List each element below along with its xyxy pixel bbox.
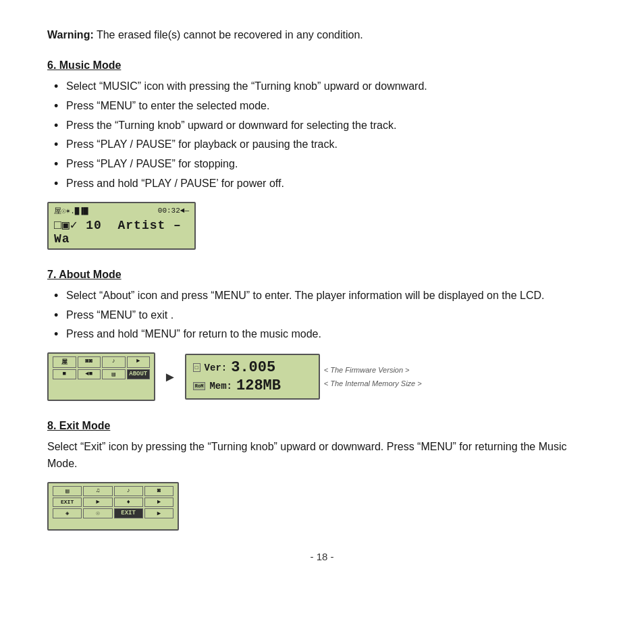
list-item: Select “MUSIC” icon with pressing the “T… <box>47 78 597 95</box>
icon-cell: ▤ <box>53 486 82 496</box>
lcd-exit-display: ▤ ♫ ♪ ◙ EXIT ► ♦ ► ◈ ☉ EXIT ▶ <box>47 482 597 531</box>
list-item: Press the “Turning knob” upward or downw… <box>47 117 597 134</box>
section-about-mode: 7. About Mode Select “About” icon and pr… <box>47 269 597 401</box>
mem-value: 128MB <box>236 377 281 394</box>
icon-cell: ◙◙ <box>78 356 101 368</box>
section6-bullet-list: Select “MUSIC” icon with pressing the “T… <box>47 78 597 192</box>
warning-text: The erased file(s) cannot be recovered i… <box>94 29 363 41</box>
about-mode-images: 屋 ◙◙ ♪ ► ■ ◄■ ▤ ABOUT ► □ Ver: 3.005 Ro <box>47 352 597 401</box>
section-music-mode: 6. Music Mode Select “MUSIC” icon with p… <box>47 59 597 250</box>
about-info-lcd: □ Ver: 3.005 RoM Mem: 128MB <box>185 354 320 400</box>
ver-label: Ver: <box>205 363 227 373</box>
list-item: Press and hold “PLAY / PAUSE’ for power … <box>47 176 597 192</box>
section7-heading: 7. About Mode <box>47 269 597 281</box>
icon-cell: ► <box>144 498 173 507</box>
arrow-icon: ► <box>163 369 177 385</box>
section7-bullet-list: Select “About” icon and press “MENU” to … <box>47 288 597 343</box>
side-labels: < The Firmware Version > < The Internal … <box>324 366 422 387</box>
icon-cell: ◈ <box>53 508 82 518</box>
icon-cell: ► <box>127 356 151 368</box>
section8-text: Select “Exit” icon by pressing the “Turn… <box>47 439 597 473</box>
lcd-music-display: 屋☉✶.█▐█ 00:32◄— □▣✓ 10 Artist – Wa <box>47 202 597 250</box>
icon-cell: 屋 <box>53 356 76 368</box>
icon-cell: ♪ <box>102 356 126 368</box>
icon-cell: ► <box>83 498 112 507</box>
icon-cell: ▤ <box>102 369 126 379</box>
mem-icon: RoM <box>193 382 206 390</box>
list-item: Press “MENU” to exit . <box>47 307 597 324</box>
about-info-container: □ Ver: 3.005 RoM Mem: 128MB < The Firmwa… <box>185 354 422 400</box>
ver-icon: □ <box>193 363 200 372</box>
icon-cell: ■ <box>53 369 76 379</box>
mem-label: Mem: <box>209 381 232 392</box>
ver-value: 3.005 <box>231 359 275 376</box>
lcd-bottom-row: □▣✓ 10 Artist – Wa <box>54 217 189 246</box>
exit-icon-cell: EXIT <box>53 498 82 507</box>
lcd-top-left: 屋☉✶.█▐█ <box>54 206 88 216</box>
page-number: - 18 - <box>47 551 597 562</box>
exit-highlighted-cell: EXIT <box>114 508 143 518</box>
list-item: Press and hold “MENU” for return to the … <box>47 326 597 343</box>
about-icons-lcd: 屋 ◙◙ ♪ ► ■ ◄■ ▤ ABOUT <box>47 352 155 401</box>
section8-heading: 8. Exit Mode <box>47 420 597 432</box>
icon-cell: ◙ <box>144 486 173 496</box>
icon-cell: ♦ <box>114 498 143 507</box>
list-item: Press “PLAY / PAUSE” for stopping. <box>47 156 597 173</box>
firmware-label: < The Firmware Version > <box>324 366 422 374</box>
icon-cell: ♫ <box>83 486 112 496</box>
lcd-top-right: 00:32◄— <box>158 207 189 215</box>
warning-label: Warning: <box>47 29 94 41</box>
about-icon-cell-highlighted: ABOUT <box>127 369 151 379</box>
icon-cell: ☉ <box>83 508 112 518</box>
list-item: Press “MENU” to enter the selected mode. <box>47 98 597 115</box>
exit-icons-lcd: ▤ ♫ ♪ ◙ EXIT ► ♦ ► ◈ ☉ EXIT ▶ <box>47 482 179 531</box>
icon-cell: ♪ <box>114 486 143 496</box>
list-item: Select “About” icon and press “MENU” to … <box>47 288 597 304</box>
icon-cell: ◄■ <box>78 369 101 379</box>
section6-heading: 6. Music Mode <box>47 59 597 72</box>
list-item: Press “PLAY / PAUSE” for playback or pau… <box>47 136 597 153</box>
section-exit-mode: 8. Exit Mode Select “Exit” icon by press… <box>47 420 597 531</box>
warning-paragraph: Warning: The erased file(s) cannot be re… <box>47 27 597 43</box>
memory-label: < The Internal Memory Size > <box>324 379 422 387</box>
icon-cell: ▶ <box>144 508 173 518</box>
